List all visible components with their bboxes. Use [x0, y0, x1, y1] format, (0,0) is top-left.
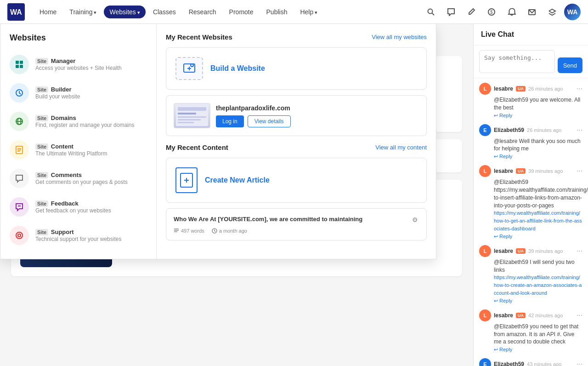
svg-rect-31 [178, 119, 201, 120]
search-icon[interactable] [423, 4, 439, 20]
avatar-elizabeth-2: E [479, 358, 491, 366]
reply-2[interactable]: ↩ Reply [479, 154, 582, 160]
svg-rect-30 [178, 116, 206, 118]
recent-content-header: My Recent Content View all my content [166, 143, 427, 151]
avatar-lesabre-4: L [479, 309, 491, 321]
site-content-item[interactable]: Site Content The Ultimate Writing Platfo… [0, 136, 156, 164]
recent-websites-title: My Recent Websites [166, 33, 232, 41]
content-word-count: 497 words [174, 228, 204, 234]
nav-classes[interactable]: Classes [147, 6, 181, 18]
pencil-icon[interactable] [463, 4, 480, 20]
site-builder-item[interactable]: Site Builder Build your website [0, 79, 156, 107]
nav-help[interactable]: Help [294, 6, 323, 18]
msg-body-1: @Elizabeth59 you are welcome. All the be… [479, 96, 582, 112]
svg-rect-9 [20, 65, 23, 68]
content-time: a month ago [212, 228, 247, 234]
layers-icon[interactable] [544, 4, 560, 20]
chat-icon[interactable] [443, 4, 459, 20]
site-name: theplantparadoxlife.com [216, 104, 291, 112]
nav-home[interactable]: Home [34, 6, 62, 18]
svg-rect-8 [16, 65, 19, 68]
nav-promote[interactable]: Promote [224, 6, 259, 18]
badge-4: UA [516, 248, 526, 254]
content-item-gear[interactable]: ⚙ [411, 215, 419, 224]
username-5: lesabre [494, 312, 513, 319]
svg-rect-29 [178, 113, 196, 114]
msg-body-2: @lesabre Well thank you soo much for hel… [479, 137, 582, 153]
svg-rect-28 [178, 107, 206, 111]
site-comments-item[interactable]: Site Comments Get comments on your pages… [0, 164, 156, 193]
more-2[interactable]: ··· [577, 126, 582, 134]
time-4: 39 minutes ago [528, 248, 563, 254]
view-all-content-link[interactable]: View all my content [375, 144, 427, 151]
site-manager-item[interactable]: Site Manager Access your websites + Site… [0, 50, 156, 79]
time-3: 39 minutes ago [528, 168, 563, 174]
mail-icon[interactable] [524, 4, 540, 20]
builder-icon [10, 83, 29, 103]
chat-message-3: L lesabre UA 39 minutes ago ··· @Elizabe… [479, 165, 582, 240]
dropdown-right-panel: My Recent Websites View all my websites … [157, 24, 436, 259]
time-5: 42 minutes ago [528, 313, 563, 318]
svg-rect-32 [178, 122, 194, 123]
svg-point-1 [428, 9, 433, 13]
content-icon [10, 140, 29, 160]
avatar-lesabre-1: L [479, 83, 491, 95]
content-item: Who We Are At [YOURSITE.com], we are com… [166, 208, 427, 240]
reply-1[interactable]: ↩ Reply [479, 113, 582, 119]
more-5[interactable]: ··· [577, 311, 582, 320]
bell-icon[interactable] [503, 4, 520, 20]
time-6: 43 minutes ago [527, 361, 561, 366]
chat-message-4: L lesabre UA 39 minutes ago ··· @Elizabe… [479, 245, 582, 304]
svg-point-19 [16, 232, 23, 239]
dollar-icon[interactable]: $ [483, 4, 500, 20]
live-chat-title: Live Chat [474, 24, 588, 46]
nav-training[interactable]: Training [64, 6, 102, 18]
username-2: Elizabeth59 [494, 127, 524, 133]
chat-input[interactable] [479, 50, 555, 73]
svg-text:WA: WA [10, 8, 22, 16]
reply-3[interactable]: ↩ Reply [479, 234, 582, 240]
build-website-card[interactable]: Build a Website [166, 47, 427, 90]
login-btn[interactable]: Log in [216, 115, 244, 127]
more-3[interactable]: ··· [577, 167, 582, 175]
nav-websites[interactable]: Websites [104, 6, 145, 18]
dropdown-title: Websites [0, 33, 156, 50]
site-feedback-item[interactable]: Site Feedback Get feedback on your websi… [0, 193, 156, 221]
chat-message-6: E Elizabeth59 43 minutes ago ··· Does an… [479, 358, 582, 366]
view-details-btn[interactable]: View details [248, 115, 291, 127]
site-domains-item[interactable]: Site Domains Find, register and manage y… [0, 107, 156, 136]
support-icon [10, 226, 29, 245]
reply-5[interactable]: ↩ Reply [479, 347, 582, 353]
reply-4[interactable]: ↩ Reply [479, 298, 582, 304]
content-item-title: Who We Are At [YOURSITE.com], we are com… [174, 215, 362, 223]
create-article-card[interactable]: Create New Article [166, 158, 427, 203]
user-avatar[interactable]: WA [564, 4, 581, 20]
msg-body-3: @Elizabeth59 https://my.wealthyaffiliate… [479, 178, 582, 209]
chat-send-button[interactable]: Send [558, 57, 582, 73]
add-website-icon [175, 57, 203, 80]
avatar-elizabeth-1: E [479, 124, 491, 136]
more-1[interactable]: ··· [577, 85, 582, 93]
nav-publish[interactable]: Publish [261, 6, 293, 18]
recent-content-title: My Recent Content [166, 143, 228, 151]
view-all-websites-link[interactable]: View all my websites [372, 34, 427, 40]
msg-body-5: @Elizabeth59 you need to get that from a… [479, 323, 582, 346]
svg-text:$: $ [490, 10, 493, 15]
site-support-item[interactable]: Site Support Technical support for your … [0, 221, 156, 250]
badge-3: UA [516, 168, 526, 174]
username-3: lesabre [494, 168, 513, 174]
avatar-lesabre-3: L [479, 245, 491, 257]
nav-items: Home Training Websites Classes Research … [34, 6, 423, 18]
chat-input-area: Send [474, 46, 588, 78]
time-1: 26 minutes ago [528, 86, 563, 92]
more-6[interactable]: ··· [577, 360, 582, 366]
badge-5: UA [516, 313, 526, 318]
chat-message-2: E Elizabeth59 26 minutes ago ··· @lesabr… [479, 124, 582, 160]
avatar-lesabre-2: L [479, 165, 491, 177]
msg-body-4: @Elizabeth59 I will send you two links [479, 258, 582, 274]
existing-website-card: theplantparadoxlife.com Log in View deta… [166, 95, 427, 136]
nav-research[interactable]: Research [183, 6, 222, 18]
add-article-icon [175, 167, 198, 193]
logo[interactable]: WA [7, 3, 25, 21]
more-4[interactable]: ··· [577, 247, 582, 255]
